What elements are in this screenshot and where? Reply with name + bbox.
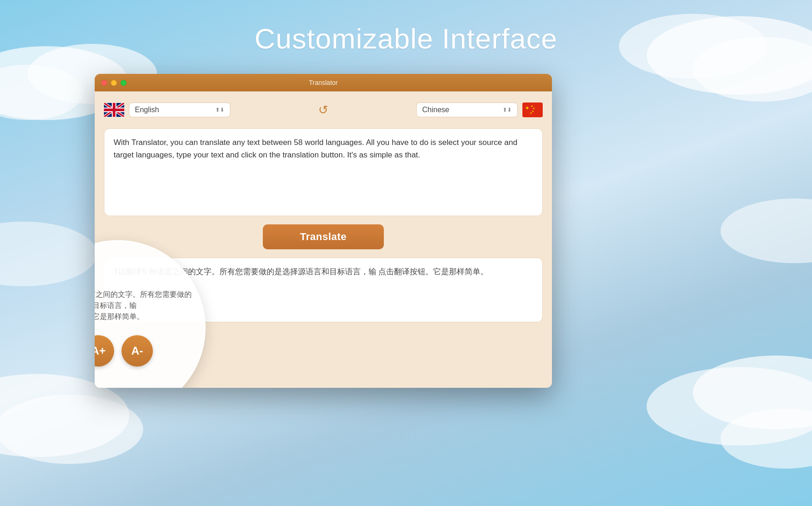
target-flag: ★ ★ ★ ★ ★: [522, 102, 543, 117]
font-size-buttons: A+ A-: [95, 335, 153, 367]
minimize-button[interactable]: [111, 80, 117, 86]
title-bar: Translator: [95, 74, 552, 91]
swap-button[interactable]: ↺: [313, 100, 333, 120]
svg-point-1: [0, 65, 83, 120]
input-text-area[interactable]: With Translator, you can translate any t…: [104, 128, 543, 216]
zoom-preview-text: T以翻译5 种语言之间的文字。所有您需要做的是选择源语言和目标语言，输点击翻译按…: [95, 289, 195, 322]
translate-button-row: Translate: [104, 224, 543, 249]
svg-point-7: [0, 395, 143, 464]
svg-point-12: [721, 199, 812, 263]
translate-button[interactable]: Translate: [263, 224, 383, 249]
source-language-label: English: [135, 106, 159, 114]
target-language-label: Chinese: [422, 106, 449, 114]
svg-point-10: [721, 409, 812, 469]
svg-point-8: [693, 355, 812, 429]
svg-text:★: ★: [530, 112, 532, 114]
svg-rect-21: [104, 108, 124, 111]
close-button[interactable]: [101, 80, 107, 86]
window-controls: [101, 80, 127, 86]
target-language-group: Chinese ⬆⬇ ★ ★ ★ ★ ★: [416, 102, 543, 117]
cn-flag-svg: ★ ★ ★ ★ ★: [522, 103, 543, 117]
svg-text:★: ★: [525, 105, 529, 110]
source-flag: [104, 102, 124, 117]
target-language-arrow: ⬆⬇: [503, 107, 512, 113]
app-window: Translator: [95, 74, 552, 388]
swap-icon: ↺: [318, 103, 328, 117]
svg-point-11: [0, 222, 97, 286]
svg-point-9: [647, 367, 812, 446]
source-language-select[interactable]: English ⬆⬇: [129, 102, 230, 117]
source-language-arrow: ⬆⬇: [215, 107, 224, 113]
target-language-select[interactable]: Chinese ⬆⬇: [416, 102, 518, 117]
source-language-group: English ⬆⬇: [104, 102, 230, 117]
uk-flag-svg: [104, 103, 124, 117]
zoom-inner-content: T以翻译5 种语言之间的文字。所有您需要做的是选择源语言和目标语言，输点击翻译按…: [95, 280, 204, 376]
language-selector-row: English ⬆⬇ ↺ Chinese ⬆⬇ ★ ★: [104, 100, 543, 120]
maximize-button[interactable]: [121, 80, 127, 86]
font-decrease-button[interactable]: A-: [121, 335, 153, 367]
page-title: Customizable Interface: [0, 0, 812, 55]
input-text-content: With Translator, you can translate any t…: [114, 136, 533, 161]
font-increase-button[interactable]: A+: [95, 335, 114, 367]
window-title: Translator: [309, 79, 338, 86]
